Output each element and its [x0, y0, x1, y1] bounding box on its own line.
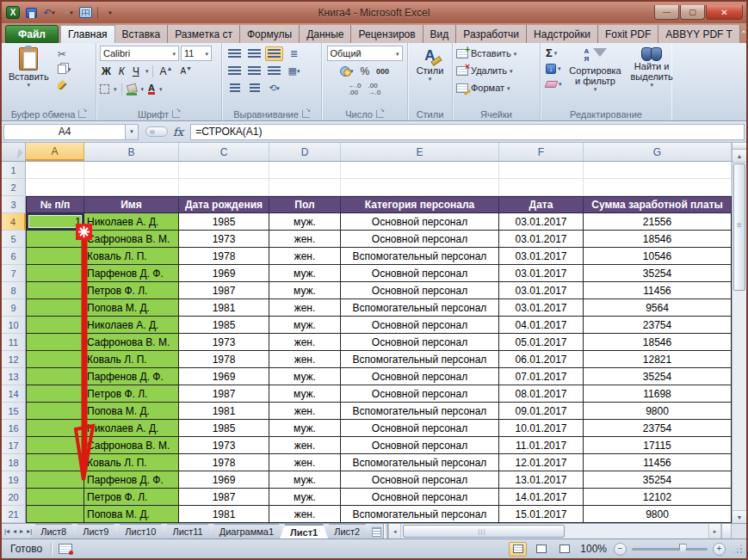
cell-F7[interactable]: 03.01.2017: [499, 265, 584, 282]
ribbon-tab-Foxit PDF[interactable]: Foxit PDF: [598, 25, 658, 43]
zoom-slider[interactable]: [632, 548, 708, 551]
ribbon-tab-Разработчи[interactable]: Разработчи: [456, 25, 527, 43]
sheet-tab-Лист8[interactable]: Лист8: [30, 524, 77, 538]
column-header-A[interactable]: A: [26, 143, 84, 161]
copy-button[interactable]: ▾: [56, 63, 73, 76]
cell-C17[interactable]: 1973: [179, 437, 269, 454]
cell-F8[interactable]: 03.01.2017: [499, 282, 584, 299]
cell-E7[interactable]: Основной персонал: [341, 265, 499, 282]
cell-G6[interactable]: 10546: [584, 248, 732, 265]
cell-E4[interactable]: Основной персонал: [341, 213, 499, 231]
column-header-D[interactable]: D: [269, 143, 341, 161]
cell-C15[interactable]: 1981: [179, 403, 269, 420]
row-header-12[interactable]: 12: [2, 351, 26, 368]
zoom-out-button[interactable]: −: [614, 543, 627, 556]
cell-B12[interactable]: Коваль Л. П.: [84, 351, 179, 368]
row-header-21[interactable]: 21: [2, 506, 26, 523]
select-all-corner[interactable]: [2, 143, 26, 161]
column-header-E[interactable]: E: [341, 143, 499, 161]
cell-A2[interactable]: [26, 179, 84, 196]
ribbon-tab-Вид[interactable]: Вид: [423, 25, 457, 43]
number-format-select[interactable]: Общий▾: [327, 46, 403, 61]
row-header-8[interactable]: 8: [2, 282, 26, 299]
underline-button[interactable]: Ч: [131, 65, 141, 77]
column-header-C[interactable]: C: [179, 143, 269, 161]
column-header-G[interactable]: G: [584, 143, 732, 161]
thousands-button[interactable]: 000: [376, 67, 389, 76]
cell-D6[interactable]: жен.: [269, 248, 341, 265]
align-right-button[interactable]: [265, 64, 283, 78]
cell-E21[interactable]: Вспомогательный персонал: [341, 506, 499, 523]
cell-E8[interactable]: Основной персонал: [341, 282, 499, 299]
horizontal-scroll-thumb[interactable]: [403, 525, 565, 538]
cell-D14[interactable]: муж.: [269, 385, 341, 403]
cell-B8[interactable]: Петров Ф. Л.: [84, 282, 179, 299]
cell-F5[interactable]: 03.01.2017: [499, 231, 584, 248]
cell-B17[interactable]: Сафронова В. М.: [84, 437, 179, 454]
zoom-slider-thumb[interactable]: [679, 544, 687, 554]
align-bottom-button[interactable]: [265, 46, 283, 61]
file-tab[interactable]: Файл: [5, 25, 59, 43]
row-header-4[interactable]: 4: [2, 213, 26, 231]
fill-color-icon[interactable]: [127, 84, 137, 95]
cell-D7[interactable]: муж.: [269, 265, 341, 282]
dialog-launcher-icon[interactable]: [302, 110, 310, 118]
cell-D18[interactable]: жен.: [269, 454, 341, 471]
cell-C19[interactable]: 1969: [179, 471, 269, 489]
find-select-button[interactable]: Найти и выделить ▾: [627, 46, 677, 89]
cut-button[interactable]: ✂: [56, 47, 73, 60]
cell-G14[interactable]: 11698: [584, 385, 732, 403]
currency-button[interactable]: ▾: [340, 66, 354, 76]
cell-D20[interactable]: муж.: [269, 489, 341, 506]
cell-B21[interactable]: Попова М. Д.: [84, 506, 179, 523]
first-sheet-icon[interactable]: |◂: [4, 527, 9, 535]
row-header-15[interactable]: 15: [2, 403, 26, 420]
fill-button[interactable]: ↓▾: [544, 62, 564, 75]
cell-C21[interactable]: 1981: [179, 506, 269, 523]
cell-A15[interactable]: [26, 403, 84, 420]
cell-D12[interactable]: жен.: [269, 351, 341, 368]
cell-B11[interactable]: Сафронова В. М.: [84, 334, 179, 351]
row-header-5[interactable]: 5: [2, 231, 26, 248]
cell-D10[interactable]: муж.: [269, 317, 341, 334]
sort-filter-button[interactable]: АЯ Сортировка и фильтр ▾: [567, 46, 624, 93]
autosum-button[interactable]: Σ▾: [544, 46, 564, 59]
table-header-E[interactable]: Категория персонала: [341, 196, 499, 213]
cell-F1[interactable]: [499, 162, 584, 179]
cell-C14[interactable]: 1987: [179, 385, 269, 403]
cell-G15[interactable]: 9800: [584, 403, 732, 420]
sheet-tab-Лист10[interactable]: Лист10: [114, 524, 166, 538]
cell-F4[interactable]: 03.01.2017: [499, 213, 584, 231]
cell-C2[interactable]: [179, 179, 269, 196]
horizontal-scrollbar[interactable]: [401, 524, 708, 538]
next-sheet-icon[interactable]: ▸: [20, 527, 23, 535]
row-header-2[interactable]: 2: [2, 179, 26, 196]
name-box[interactable]: A4: [3, 124, 126, 140]
scroll-up-icon[interactable]: ▲: [733, 150, 746, 163]
cell-D8[interactable]: муж.: [269, 282, 341, 299]
cell-A16[interactable]: [26, 420, 84, 437]
cell-F14[interactable]: 08.01.2017: [499, 385, 584, 403]
cell-E2[interactable]: [341, 179, 499, 196]
cell-B16[interactable]: Николаев А. Д.: [84, 420, 179, 437]
cell-E9[interactable]: Вспомогательный персонал: [341, 299, 499, 317]
cell-F19[interactable]: 13.01.2017: [499, 471, 584, 489]
fx-icon[interactable]: fx: [173, 126, 183, 138]
cell-G10[interactable]: 23754: [584, 317, 732, 334]
restore-button[interactable]: ▢: [680, 5, 705, 20]
column-header-F[interactable]: F: [499, 143, 584, 161]
cell-A12[interactable]: [26, 351, 84, 368]
cell-A8[interactable]: [26, 282, 84, 299]
align-left-button[interactable]: [226, 64, 244, 78]
scrollbar-split-handle[interactable]: [733, 143, 746, 150]
cell-B13[interactable]: Парфенов Д. Ф.: [84, 368, 179, 385]
cell-C6[interactable]: 1978: [179, 248, 269, 265]
cell-B4[interactable]: Николаев А. Д.: [84, 213, 179, 231]
grow-font-button[interactable]: А▲: [158, 65, 174, 77]
grid-window-icon[interactable]: [77, 6, 93, 20]
cell-F20[interactable]: 14.01.2017: [499, 489, 584, 506]
table-header-F[interactable]: Дата: [499, 196, 584, 213]
cell-C12[interactable]: 1978: [179, 351, 269, 368]
align-center-button[interactable]: [245, 64, 263, 78]
percent-button[interactable]: %: [360, 65, 369, 77]
